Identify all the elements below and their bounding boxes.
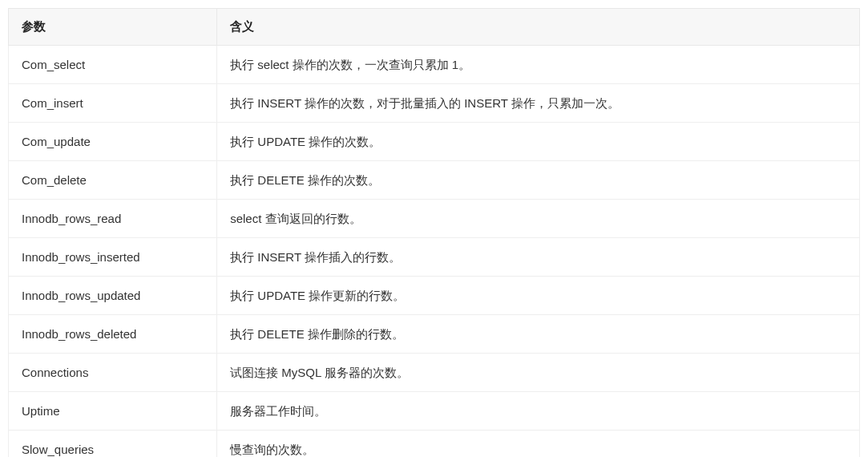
- cell-param: Connections: [9, 354, 217, 392]
- cell-meaning: 执行 UPDATE 操作更新的行数。: [217, 277, 860, 315]
- cell-param: Com_insert: [9, 84, 217, 123]
- cell-param: Com_update: [9, 123, 217, 161]
- table-row: Innodb_rows_inserted 执行 INSERT 操作插入的行数。: [9, 238, 860, 277]
- table-row: Com_update 执行 UPDATE 操作的次数。: [9, 123, 860, 161]
- cell-param: Com_delete: [9, 161, 217, 200]
- cell-param: Innodb_rows_deleted: [9, 315, 217, 354]
- cell-param: Slow_queries: [9, 431, 217, 458]
- table-row: Innodb_rows_updated 执行 UPDATE 操作更新的行数。: [9, 277, 860, 315]
- cell-meaning: 服务器工作时间。: [217, 392, 860, 431]
- cell-meaning: select 查询返回的行数。: [217, 200, 860, 238]
- cell-meaning: 执行 UPDATE 操作的次数。: [217, 123, 860, 161]
- parameters-table: 参数 含义 Com_select 执行 select 操作的次数，一次查询只累加…: [8, 8, 860, 457]
- table-row: Slow_queries 慢查询的次数。: [9, 431, 860, 458]
- cell-meaning: 试图连接 MySQL 服务器的次数。: [217, 354, 860, 392]
- header-meaning: 含义: [217, 9, 860, 46]
- cell-meaning: 慢查询的次数。: [217, 431, 860, 458]
- cell-param: Innodb_rows_inserted: [9, 238, 217, 277]
- table-row: Innodb_rows_deleted 执行 DELETE 操作删除的行数。: [9, 315, 860, 354]
- cell-meaning: 执行 INSERT 操作的次数，对于批量插入的 INSERT 操作，只累加一次。: [217, 84, 860, 123]
- cell-param: Innodb_rows_read: [9, 200, 217, 238]
- cell-param: Com_select: [9, 46, 217, 84]
- cell-meaning: 执行 DELETE 操作的次数。: [217, 161, 860, 200]
- cell-meaning: 执行 INSERT 操作插入的行数。: [217, 238, 860, 277]
- table-header-row: 参数 含义: [9, 9, 860, 46]
- table-row: Uptime 服务器工作时间。: [9, 392, 860, 431]
- table-row: Com_insert 执行 INSERT 操作的次数，对于批量插入的 INSER…: [9, 84, 860, 123]
- table-row: Connections 试图连接 MySQL 服务器的次数。: [9, 354, 860, 392]
- table-row: Com_select 执行 select 操作的次数，一次查询只累加 1。: [9, 46, 860, 84]
- table-row: Innodb_rows_read select 查询返回的行数。: [9, 200, 860, 238]
- table-row: Com_delete 执行 DELETE 操作的次数。: [9, 161, 860, 200]
- cell-meaning: 执行 DELETE 操作删除的行数。: [217, 315, 860, 354]
- cell-param: Uptime: [9, 392, 217, 431]
- cell-param: Innodb_rows_updated: [9, 277, 217, 315]
- cell-meaning: 执行 select 操作的次数，一次查询只累加 1。: [217, 46, 860, 84]
- header-param: 参数: [9, 9, 217, 46]
